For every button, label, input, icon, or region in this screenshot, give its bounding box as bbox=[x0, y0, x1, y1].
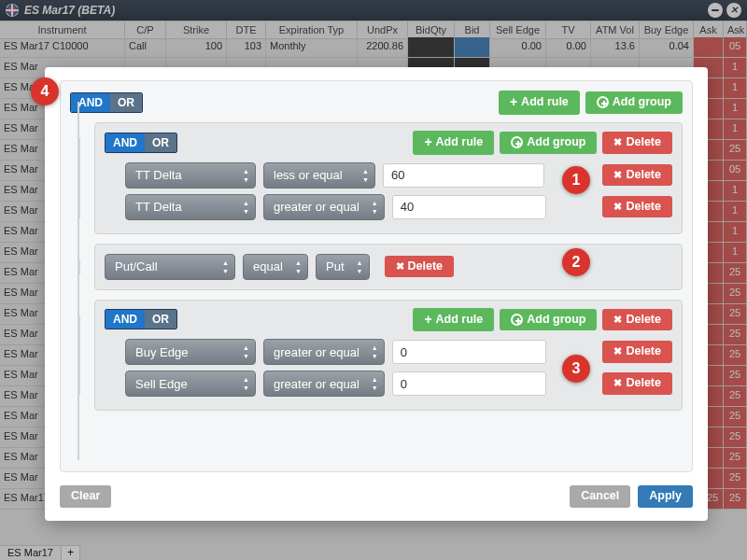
group3-delete[interactable]: Delete bbox=[602, 309, 672, 331]
rule-op-select[interactable]: greater or equal bbox=[263, 371, 385, 397]
caret-icon bbox=[372, 376, 378, 391]
rule-field-select[interactable]: TT Delta bbox=[125, 162, 256, 189]
group1-rule2: TT Delta greater or equal Delete bbox=[125, 194, 672, 220]
group3-add-group[interactable]: Add group bbox=[500, 309, 597, 331]
clear-button[interactable]: Clear bbox=[60, 485, 111, 508]
caret-icon bbox=[243, 344, 249, 359]
group1-add-rule[interactable]: Add rule bbox=[413, 131, 494, 155]
rule-group-2: Put/Call equal Put Delete 2 bbox=[94, 244, 683, 290]
rule-op-select[interactable]: less or equal bbox=[263, 162, 375, 189]
x-icon bbox=[396, 260, 404, 273]
rule-op-select[interactable]: greater or equal bbox=[263, 339, 385, 365]
plus-icon bbox=[424, 313, 431, 328]
filter-modal: AND OR Add rule Add group AND OR bbox=[45, 67, 708, 521]
caret-icon bbox=[243, 168, 249, 183]
annotation-1: 1 bbox=[562, 166, 590, 194]
group1-add-group[interactable]: Add group bbox=[500, 132, 597, 154]
rule-delete[interactable]: Delete bbox=[602, 341, 672, 363]
x-icon bbox=[613, 314, 622, 327]
plus-icon bbox=[424, 135, 431, 150]
annotation-2: 2 bbox=[562, 248, 590, 276]
rule-field-select[interactable]: Put/Call bbox=[105, 254, 235, 280]
caret-icon bbox=[372, 200, 378, 215]
caret-icon bbox=[295, 259, 302, 274]
group1-delete[interactable]: Delete bbox=[602, 132, 672, 154]
caret-icon bbox=[372, 344, 378, 359]
rule-delete[interactable]: Delete bbox=[602, 164, 672, 187]
x-icon bbox=[613, 169, 622, 182]
caret-icon bbox=[243, 376, 249, 391]
rule-group-3: AND OR Add rule Add group Delete Buy Edg… bbox=[94, 300, 683, 412]
rule-group-1: AND OR Add rule Add group Delete TT Delt… bbox=[94, 122, 683, 234]
group1-logic[interactable]: AND OR bbox=[105, 133, 177, 153]
caret-icon bbox=[222, 259, 229, 274]
x-icon bbox=[613, 345, 622, 358]
root-and[interactable]: AND bbox=[71, 93, 110, 112]
root-add-group-button[interactable]: Add group bbox=[585, 91, 683, 114]
rule-value-input[interactable] bbox=[383, 163, 544, 188]
rules-area: AND OR Add rule Add group AND OR bbox=[60, 80, 693, 472]
circle-plus-icon bbox=[511, 314, 523, 326]
rule-value-select[interactable]: Put bbox=[316, 254, 370, 280]
rule-field-select[interactable]: TT Delta bbox=[125, 194, 256, 220]
group1-rule1: TT Delta less or equal Delete bbox=[125, 162, 672, 189]
caret-icon bbox=[243, 200, 249, 215]
annotation-3: 3 bbox=[562, 355, 590, 383]
rule-value-input[interactable] bbox=[392, 340, 546, 364]
modal-footer: Clear Cancel Apply bbox=[60, 485, 693, 508]
circle-plus-icon bbox=[597, 96, 609, 108]
app-window: ES Mar17 (BETA) Instrument C/P Strike DT… bbox=[0, 0, 747, 560]
root-logic-toggle[interactable]: AND OR bbox=[70, 92, 143, 113]
group3-add-rule[interactable]: Add rule bbox=[413, 308, 494, 332]
rule-value-input[interactable] bbox=[392, 371, 546, 396]
x-icon bbox=[613, 201, 622, 214]
root-or[interactable]: OR bbox=[110, 93, 142, 112]
cancel-button[interactable]: Cancel bbox=[570, 485, 630, 508]
rule-op-select[interactable]: greater or equal bbox=[263, 194, 385, 220]
rule-op-select[interactable]: equal bbox=[243, 254, 308, 280]
modal-overlay: 4 AND OR Add rule Add group bbox=[0, 0, 747, 560]
caret-icon bbox=[362, 168, 369, 183]
plus-icon bbox=[510, 95, 517, 110]
rule-field-select[interactable]: Sell Edge bbox=[125, 371, 256, 397]
annotation-4: 4 bbox=[31, 77, 59, 105]
rule-delete[interactable]: Delete bbox=[385, 256, 455, 278]
rule-delete[interactable]: Delete bbox=[602, 372, 672, 395]
root-add-rule-button[interactable]: Add rule bbox=[499, 91, 580, 115]
rule-field-select[interactable]: Buy Edge bbox=[125, 339, 256, 365]
group3-rule2: Sell Edge greater or equal Delete bbox=[125, 371, 672, 397]
rule-delete[interactable]: Delete bbox=[602, 196, 672, 218]
rule-value-input[interactable] bbox=[392, 195, 546, 219]
apply-button[interactable]: Apply bbox=[638, 485, 693, 508]
caret-icon bbox=[357, 259, 363, 274]
circle-plus-icon bbox=[511, 136, 523, 148]
x-icon bbox=[613, 377, 622, 390]
x-icon bbox=[613, 136, 622, 149]
group3-rule1: Buy Edge greater or equal Delete bbox=[125, 339, 672, 365]
group3-logic[interactable]: AND OR bbox=[105, 309, 177, 329]
